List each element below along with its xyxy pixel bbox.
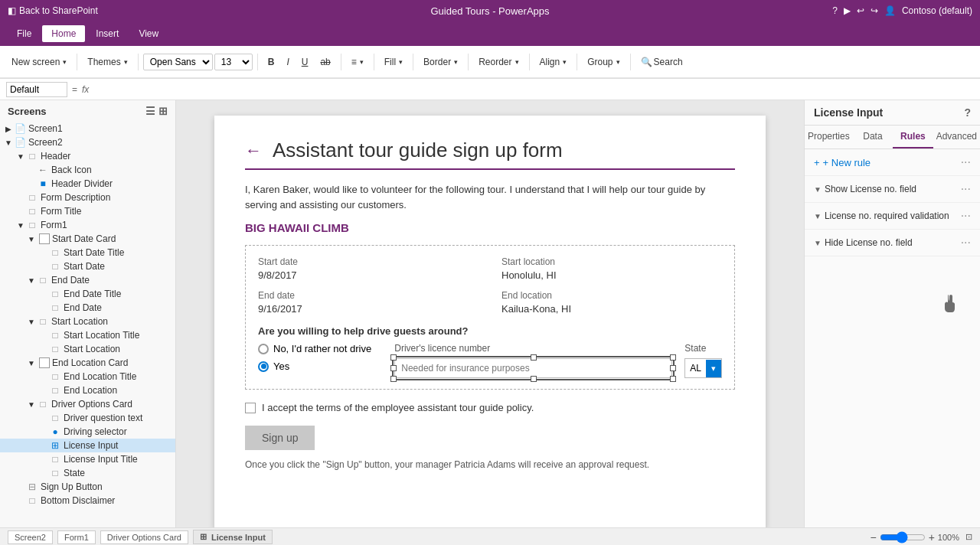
tab-rules[interactable]: Rules [893, 126, 933, 148]
tab-advanced[interactable]: Advanced [933, 126, 980, 148]
tab-file[interactable]: File [8, 25, 41, 42]
form-description-item[interactable]: □ Form Description [0, 191, 175, 204]
end-location-val-item[interactable]: □ End Location [0, 383, 175, 397]
screen2-item[interactable]: ▼ 📄 Screen2 [0, 135, 175, 149]
state-item[interactable]: □ State [0, 466, 175, 480]
bold-button[interactable]: B [263, 54, 280, 70]
rule1-expand-icon[interactable]: ▼ [814, 185, 822, 194]
rule3-more-icon[interactable]: ··· [961, 236, 971, 250]
form-title-item[interactable]: □ Form Title [0, 204, 175, 218]
start-location-val-item[interactable]: □ Start Location [0, 342, 175, 356]
form1-expand-icon[interactable]: ▼ [15, 221, 26, 230]
header-item[interactable]: ▼ □ Header [0, 149, 175, 163]
end-date-val-item[interactable]: □ End Date [0, 301, 175, 315]
sign-up-button[interactable]: Sign up [245, 426, 315, 450]
back-to-sharepoint-link[interactable]: ◧ Back to SharePoint [8, 5, 98, 16]
status-tab-license-input[interactable]: ⊞ License Input [193, 530, 273, 544]
group-button[interactable]: Group ▾ [582, 54, 625, 70]
border-button[interactable]: Border ▾ [418, 54, 463, 70]
driver-options-expand[interactable]: ▼ [26, 400, 37, 409]
fill-button[interactable]: Fill ▾ [379, 54, 408, 70]
strikethrough-button[interactable]: ab [315, 54, 335, 70]
zoom-out-button[interactable]: − [870, 531, 876, 543]
new-rule-button[interactable]: + + New rule ··· [805, 149, 980, 176]
driving-selector-item[interactable]: ● Driving selector [0, 425, 175, 439]
new-screen-button[interactable]: New screen ▾ [6, 54, 72, 70]
screen1-expand-icon[interactable]: ▶ [3, 125, 14, 133]
fit-icon[interactable]: ⊡ [965, 532, 972, 542]
form1-item[interactable]: ▼ □ Form1 [0, 218, 175, 232]
rule1-more-icon[interactable]: ··· [961, 182, 971, 196]
font-select[interactable]: Open Sans [143, 54, 213, 70]
themes-button[interactable]: Themes ▾ [82, 54, 132, 70]
zoom-in-button[interactable]: + [929, 531, 935, 543]
header-divider-item[interactable]: ■ Header Divider [0, 177, 175, 191]
radio-yes-option[interactable]: Yes [258, 361, 371, 372]
start-date-title-item[interactable]: □ Start Date Title [0, 246, 175, 259]
rule-license-required[interactable]: ▼ License no. required validation ··· [805, 203, 980, 230]
reorder-button[interactable]: Reorder ▾ [473, 54, 524, 70]
italic-button[interactable]: I [281, 54, 294, 70]
sign-up-button-item[interactable]: ⊟ Sign Up Button [0, 480, 175, 494]
radio-no-option[interactable]: No, I'd rather not drive [258, 343, 371, 354]
end-location-title-item[interactable]: □ End Location Title [0, 370, 175, 383]
start-date-card-expand[interactable]: ▼ [26, 235, 37, 243]
tab-data[interactable]: Data [853, 126, 893, 148]
screen2-expand-icon[interactable]: ▼ [3, 139, 14, 147]
end-date-title-item[interactable]: □ End Date Title [0, 287, 175, 301]
formula-input[interactable] [93, 84, 974, 95]
back-arrow-icon[interactable]: ← [245, 141, 262, 161]
license-input-title-item[interactable]: □ License Input Title [0, 452, 175, 466]
search-button[interactable]: 🔍 Search [635, 54, 688, 70]
rule-show-license[interactable]: ▼ Show License no. field ··· [805, 176, 980, 203]
driver-options-card-item[interactable]: ▼ □ Driver Options Card [0, 397, 175, 411]
state-select-wrapper[interactable]: AL ▾ [684, 358, 722, 378]
start-location-item[interactable]: ▼ □ Start Location [0, 315, 175, 328]
new-rule-more-icon[interactable]: ··· [961, 155, 971, 169]
tab-insert[interactable]: Insert [87, 25, 128, 42]
terms-checkbox[interactable] [245, 403, 256, 413]
license-input-wrapper[interactable] [394, 358, 672, 378]
start-location-title-item[interactable]: □ Start Location Title [0, 328, 175, 342]
start-date-item[interactable]: □ Start Date [0, 259, 175, 273]
state-dropdown-btn[interactable]: ▾ [706, 360, 721, 377]
start-location-expand[interactable]: ▼ [26, 318, 37, 326]
run-icon[interactable]: ▶ [844, 5, 851, 16]
panel-list-icon[interactable]: ☰ [145, 105, 155, 117]
start-date-card-checkbox[interactable] [39, 233, 50, 244]
font-size-select[interactable]: 13 [214, 54, 253, 70]
bottom-disclaimer-item[interactable]: □ Bottom Disclaimer [0, 494, 175, 507]
text-align-button[interactable]: ≡▾ [346, 54, 369, 70]
end-location-card-item[interactable]: ▼ End Location Card [0, 356, 175, 370]
header-expand-icon[interactable]: ▼ [15, 152, 26, 161]
end-location-card-expand[interactable]: ▼ [26, 359, 37, 367]
license-input-field[interactable] [395, 359, 671, 377]
end-date-expand[interactable]: ▼ [26, 276, 37, 285]
rule-hide-license[interactable]: ▼ Hide License no. field ··· [805, 230, 980, 256]
status-tab-screen2[interactable]: Screen2 [8, 530, 53, 544]
status-tab-driver-options[interactable]: Driver Options Card [100, 530, 188, 544]
tab-view[interactable]: View [129, 25, 168, 42]
right-panel-help-icon[interactable]: ? [964, 106, 971, 119]
rule2-more-icon[interactable]: ··· [961, 209, 971, 223]
end-date-item[interactable]: ▼ □ End Date [0, 273, 175, 287]
help-icon[interactable]: ? [832, 5, 838, 16]
status-tab-form1[interactable]: Form1 [57, 530, 96, 544]
name-box-input[interactable] [6, 82, 67, 97]
zoom-slider[interactable] [880, 531, 926, 543]
rule2-expand-icon[interactable]: ▼ [814, 212, 822, 220]
panel-grid-icon[interactable]: ⊞ [158, 105, 168, 117]
end-location-card-checkbox[interactable] [39, 357, 50, 368]
rule3-expand-icon[interactable]: ▼ [814, 239, 822, 247]
license-input-item[interactable]: ⊞ License Input [0, 439, 175, 452]
redo-icon[interactable]: ↪ [871, 5, 878, 16]
align-button[interactable]: Align ▾ [534, 54, 573, 70]
underline-button[interactable]: U [296, 54, 314, 70]
user-icon[interactable]: 👤 [884, 5, 896, 16]
tab-home[interactable]: Home [42, 25, 85, 42]
driver-question-text-item[interactable]: □ Driver question text [0, 411, 175, 425]
tab-properties[interactable]: Properties [805, 126, 853, 148]
back-icon-item[interactable]: ← Back Icon [0, 163, 175, 177]
start-date-card-item[interactable]: ▼ Start Date Card [0, 232, 175, 246]
screen1-item[interactable]: ▶ 📄 Screen1 [0, 122, 175, 135]
